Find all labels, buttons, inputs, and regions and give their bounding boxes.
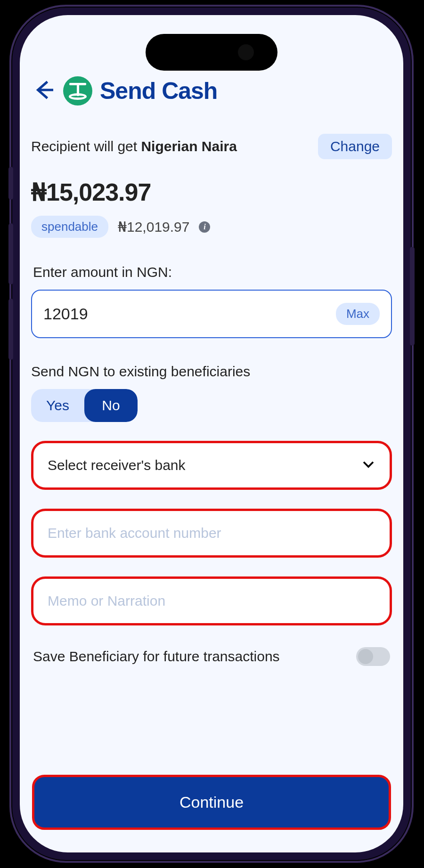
side-button bbox=[8, 223, 13, 284]
info-icon[interactable]: i bbox=[199, 221, 210, 233]
continue-button[interactable]: Continue bbox=[32, 775, 391, 830]
amount-input-container: Max bbox=[31, 290, 392, 338]
memo-field bbox=[31, 576, 392, 625]
side-button bbox=[8, 299, 13, 360]
spendable-badge: spendable bbox=[31, 216, 108, 238]
tether-currency-icon bbox=[63, 76, 92, 105]
chevron-down-icon bbox=[361, 457, 375, 473]
change-currency-button[interactable]: Change bbox=[318, 134, 392, 159]
page-header: Send Cash bbox=[30, 76, 393, 105]
phone-frame: Send Cash Recipient will get Nigerian Na… bbox=[9, 5, 414, 863]
page-title: Send Cash bbox=[100, 77, 217, 105]
beneficiary-yes-button[interactable]: Yes bbox=[31, 389, 84, 422]
beneficiary-toggle: Yes No bbox=[31, 389, 138, 422]
bank-select[interactable]: Select receiver's bank bbox=[31, 441, 392, 490]
side-button bbox=[410, 247, 415, 346]
balance-amount: ₦15,023.97 bbox=[31, 178, 392, 206]
recipient-prefix: Recipient will get bbox=[31, 138, 141, 154]
amount-input[interactable] bbox=[43, 305, 279, 323]
recipient-currency-name: Nigerian Naira bbox=[141, 138, 236, 154]
recipient-currency-text: Recipient will get Nigerian Naira bbox=[31, 138, 237, 154]
save-beneficiary-toggle[interactable] bbox=[356, 647, 390, 666]
account-number-field bbox=[31, 509, 392, 558]
save-beneficiary-row: Save Beneficiary for future transactions bbox=[31, 647, 392, 666]
side-button bbox=[8, 167, 13, 200]
beneficiary-no-button[interactable]: No bbox=[84, 389, 138, 422]
max-button[interactable]: Max bbox=[336, 303, 380, 325]
back-arrow-icon[interactable] bbox=[32, 78, 56, 104]
phone-screen: Send Cash Recipient will get Nigerian Na… bbox=[20, 15, 403, 852]
amount-input-label: Enter amount in NGN: bbox=[31, 264, 392, 280]
spendable-amount: ₦12,019.97 bbox=[118, 219, 189, 235]
bank-select-label: Select receiver's bank bbox=[48, 457, 186, 473]
beneficiary-toggle-label: Send NGN to existing beneficiaries bbox=[31, 364, 392, 380]
spendable-row: spendable ₦12,019.97 i bbox=[31, 216, 392, 238]
recipient-currency-row: Recipient will get Nigerian Naira Change bbox=[31, 134, 392, 159]
account-number-input[interactable] bbox=[48, 525, 375, 541]
memo-input[interactable] bbox=[48, 593, 375, 609]
save-beneficiary-label: Save Beneficiary for future transactions bbox=[33, 649, 280, 665]
